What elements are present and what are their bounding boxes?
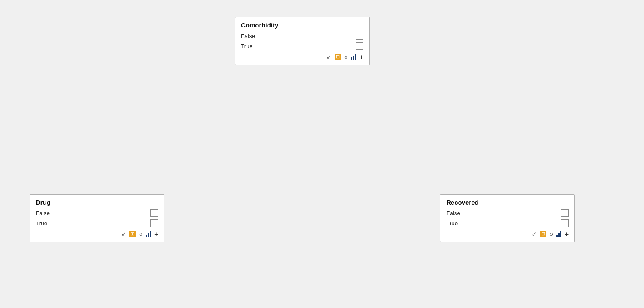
recovered-row-false: False [446, 209, 569, 217]
drug-title: Drug [36, 199, 158, 206]
recovered-true-checkbox[interactable] [561, 219, 569, 227]
comorbidity-sigma-icon[interactable]: σ [344, 54, 348, 60]
comorbidity-row-true: True [241, 42, 363, 50]
recovered-card: Recovered False True ↙ ⊞ σ + [440, 194, 575, 242]
recovered-true-label: True [446, 220, 561, 227]
drug-card: Drug False True ↙ ⊞ σ + [30, 194, 164, 242]
drug-false-label: False [36, 210, 150, 216]
comorbidity-grid-icon[interactable]: ⊞ [335, 54, 341, 60]
drug-grid-icon[interactable]: ⊞ [129, 231, 136, 237]
recovered-false-checkbox[interactable] [561, 209, 569, 217]
comorbidity-plus-icon[interactable]: + [360, 53, 363, 60]
comorbidity-true-label: True [241, 43, 356, 49]
recovered-bar-chart-svg [556, 231, 561, 237]
comorbidity-false-checkbox[interactable] [356, 32, 363, 40]
comorbidity-bar-chart-svg [351, 54, 356, 60]
recovered-sigma-icon[interactable]: σ [550, 231, 553, 237]
comorbidity-row-false: False [241, 32, 363, 40]
drug-bar-icon[interactable] [146, 231, 151, 237]
recovered-row-true: True [446, 219, 569, 227]
recovered-bar-icon[interactable] [556, 231, 561, 237]
drug-plus-icon[interactable]: + [154, 230, 158, 238]
comorbidity-true-checkbox[interactable] [356, 42, 363, 50]
recovered-grid-icon[interactable]: ⊞ [540, 231, 546, 237]
comorbidity-title: Comorbidity [241, 22, 363, 29]
recovered-false-label: False [446, 210, 561, 216]
drug-false-checkbox[interactable] [150, 209, 158, 217]
comorbidity-arrow-icon[interactable]: ↙ [327, 54, 331, 60]
recovered-toolbar: ↙ ⊞ σ + [446, 230, 569, 238]
comorbidity-bar-icon[interactable] [351, 54, 356, 60]
comorbidity-card: Comorbidity False True ↙ ⊞ σ + [235, 17, 370, 65]
drug-toolbar: ↙ ⊞ σ + [36, 230, 158, 238]
recovered-arrow-icon[interactable]: ↙ [532, 231, 537, 237]
drug-true-checkbox[interactable] [150, 219, 158, 227]
drug-arrow-icon[interactable]: ↙ [121, 231, 126, 237]
comorbidity-false-label: False [241, 33, 356, 39]
drug-sigma-icon[interactable]: σ [139, 231, 142, 237]
drug-bar-chart-svg [146, 231, 151, 237]
drug-row-true: True [36, 219, 158, 227]
drug-row-false: False [36, 209, 158, 217]
recovered-plus-icon[interactable]: + [565, 230, 569, 238]
comorbidity-toolbar: ↙ ⊞ σ + [241, 53, 363, 60]
drug-true-label: True [36, 220, 150, 227]
recovered-title: Recovered [446, 199, 569, 206]
